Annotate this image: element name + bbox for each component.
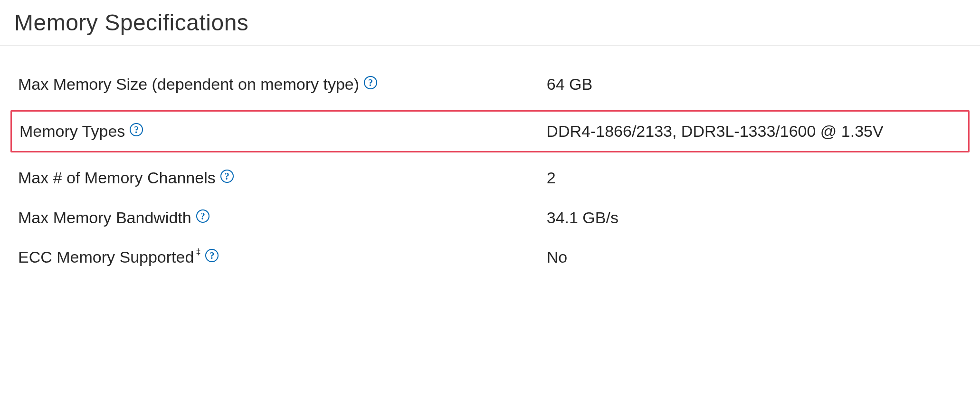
spec-list: Max Memory Size (dependent on memory typ… (0, 65, 980, 277)
spec-label-text: Max Memory Size (dependent on memory typ… (18, 73, 359, 96)
footnote-marker: ‡ (196, 246, 200, 258)
help-icon[interactable]: ? (196, 209, 209, 223)
spec-value: No (547, 246, 962, 269)
spec-label: ECC Memory Supported ‡ ? (18, 246, 547, 269)
spec-row-ecc-memory-supported: ECC Memory Supported ‡ ? No (14, 237, 966, 277)
spec-row-max-memory-size: Max Memory Size (dependent on memory typ… (14, 65, 966, 104)
spec-label-text: Max # of Memory Channels (18, 167, 216, 190)
spec-value: 34.1 GB/s (547, 207, 962, 229)
spec-value: DDR4-1866/2133, DDR3L-1333/1600 @ 1.35V (546, 120, 961, 143)
spec-label: Max Memory Size (dependent on memory typ… (18, 73, 547, 96)
spec-label-text: ECC Memory Supported (18, 246, 194, 269)
spec-value: 64 GB (547, 73, 962, 96)
help-icon[interactable]: ? (130, 123, 143, 136)
spec-row-max-memory-channels: Max # of Memory Channels ? 2 (14, 158, 966, 198)
section-divider (0, 45, 980, 46)
spec-label-text: Memory Types (19, 120, 125, 143)
spec-row-max-memory-bandwidth: Max Memory Bandwidth ? 34.1 GB/s (14, 198, 966, 238)
spec-label: Max # of Memory Channels ? (18, 167, 547, 190)
spec-label-text: Max Memory Bandwidth (18, 207, 191, 229)
help-icon[interactable]: ? (220, 170, 234, 183)
spec-value: 2 (547, 167, 962, 190)
help-icon[interactable]: ? (364, 76, 377, 89)
spec-row-memory-types: Memory Types ? DDR4-1866/2133, DDR3L-133… (10, 110, 970, 153)
spec-label: Max Memory Bandwidth ? (18, 207, 547, 229)
section-title: Memory Specifications (0, 9, 980, 45)
help-icon[interactable]: ? (205, 249, 219, 262)
spec-label: Memory Types ? (19, 120, 546, 143)
